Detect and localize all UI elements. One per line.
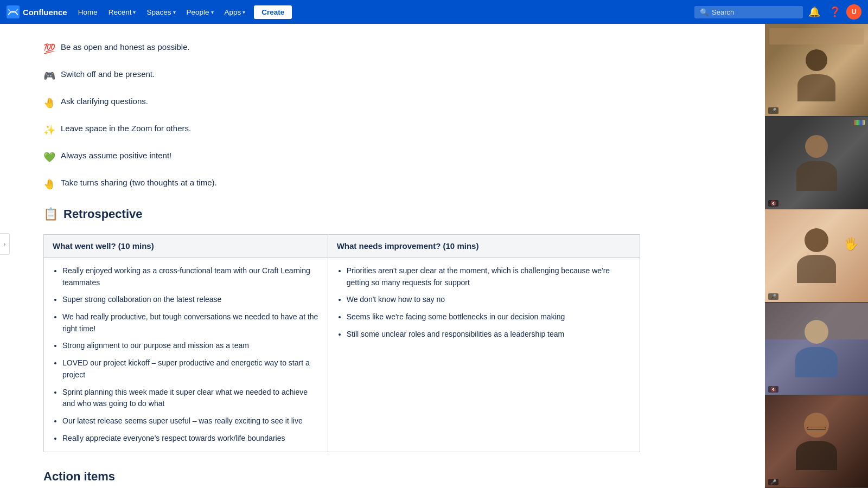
bullet-item: 💚 Always assume positive intent! — [43, 150, 640, 165]
user-avatar[interactable]: U — [846, 4, 861, 20]
bullet-text-5: Take turns sharing (two thoughts at a ti… — [61, 177, 217, 189]
bullet-text-1: Switch off and be present. — [61, 68, 155, 81]
logo-text: Confluence — [23, 8, 67, 17]
col2-body: Priorities aren't super clear at the mom… — [328, 258, 640, 452]
bullet-text-4: Always assume positive intent! — [61, 150, 171, 162]
list-item: Really enjoyed working as a cross-functi… — [62, 265, 319, 288]
bullet-emoji-5: 🤚 — [43, 177, 55, 192]
list-item: We don't know how to say no — [347, 294, 631, 306]
bullet-emoji-0: 💯 — [43, 42, 55, 56]
list-item: LOVED our project kickoff – super produc… — [62, 357, 319, 381]
list-item: Super strong collaboration on the latest… — [62, 294, 319, 306]
nav-people[interactable]: People▾ — [182, 6, 218, 18]
list-item: Strong alignment to our purpose and miss… — [62, 340, 319, 352]
bullet-emoji-4: 💚 — [43, 150, 55, 165]
bullet-item: 🤚 Take turns sharing (two thoughts at a … — [43, 177, 640, 192]
bullet-item: 🤚 Ask clarifying questions. — [43, 95, 640, 111]
video-tile-1: 🎤 — [765, 24, 868, 117]
notifications-button[interactable]: 🔔 — [805, 4, 824, 20]
video-tile-2: 🔇 — [765, 117, 868, 209]
retrospective-emoji: 📋 — [43, 207, 58, 221]
search-label: Search — [712, 8, 734, 16]
bullet-list: 💯 Be as open and honest as possible. 🎮 S… — [43, 41, 640, 192]
search-box[interactable]: 🔍 Search — [694, 6, 803, 18]
nav-spaces[interactable]: Spaces▾ — [142, 6, 180, 18]
col1-header: What went well? (10 mins) — [44, 235, 328, 258]
search-icon: 🔍 — [700, 8, 709, 16]
list-item: Our latest release seems super useful – … — [62, 415, 319, 427]
list-item: Priorities aren't super clear at the mom… — [347, 265, 631, 288]
list-item: Really appreciate everyone's respect tow… — [62, 433, 319, 445]
bullet-item: 💯 Be as open and honest as possible. — [43, 41, 640, 56]
list-item: Sprint planning this week made it super … — [62, 387, 319, 410]
col1-body: Really enjoyed working as a cross-functi… — [44, 258, 328, 452]
bullet-item: ✨ Leave space in the Zoom for others. — [43, 123, 640, 138]
help-button[interactable]: ❓ — [826, 4, 844, 20]
retrospective-title: Retrospective — [63, 207, 143, 221]
nav-home[interactable]: Home — [74, 6, 102, 18]
retrospective-table: What went well? (10 mins) What needs imp… — [43, 234, 640, 452]
video-tile-5: 🎤 — [765, 395, 868, 488]
bullet-item: 🎮 Switch off and be present. — [43, 68, 640, 84]
bullet-text-3: Leave space in the Zoom for others. — [61, 123, 191, 135]
video-tile-3: 🖐 🎤 — [765, 209, 868, 302]
bullet-emoji-3: ✨ — [43, 123, 55, 138]
sidebar-toggle[interactable]: › — [0, 233, 10, 255]
create-button[interactable]: Create — [254, 5, 292, 19]
list-item: Still some unclear roles and responsibil… — [347, 329, 631, 341]
video-panel: 🎤 🔇 🖐 🎤 — [765, 24, 868, 488]
bullet-emoji-2: 🤚 — [43, 96, 55, 111]
col2-header: What needs improvement? (10 mins) — [328, 235, 640, 258]
nav-recent[interactable]: Recent▾ — [104, 6, 141, 18]
list-item: We had really productive, but tough conv… — [62, 311, 319, 335]
section-heading-retrospective: 📋 Retrospective — [43, 207, 640, 221]
list-item: Seems like we're facing some bottlenecks… — [347, 311, 631, 323]
video-tile-4: 🔇 — [765, 303, 868, 395]
bullet-text-2: Ask clarifying questions. — [61, 95, 148, 108]
nav-apps[interactable]: Apps▾ — [220, 6, 250, 18]
bullet-text-0: Be as open and honest as possible. — [61, 41, 190, 54]
nav-logo[interactable]: Confluence — [7, 5, 67, 18]
bullet-emoji-1: 🎮 — [43, 69, 55, 84]
action-items-heading: Action items — [43, 470, 640, 484]
